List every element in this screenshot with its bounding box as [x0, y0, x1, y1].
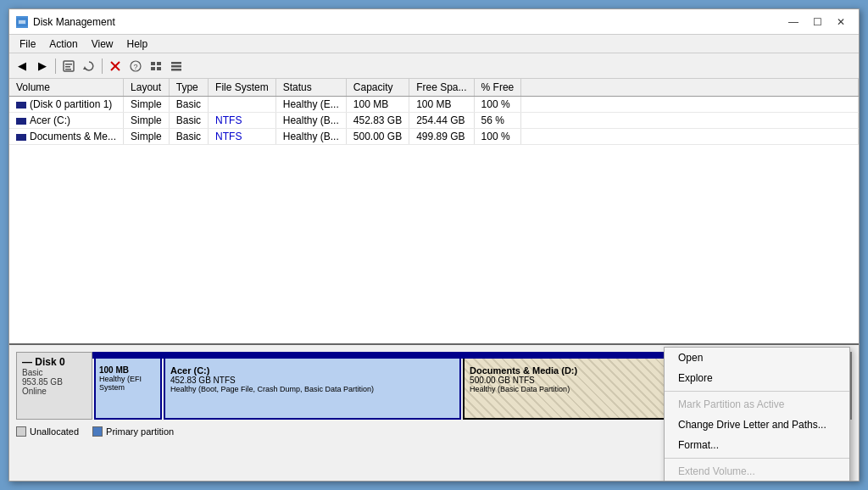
- disk-status: Online: [22, 387, 86, 396]
- svg-rect-15: [171, 62, 181, 64]
- disk-visual-panel: — Disk 0 Basic 953.85 GB Online 100 MB H…: [9, 345, 859, 481]
- table-row[interactable]: Documents & Me...SimpleBasicNTFSHealthy …: [9, 129, 859, 145]
- partition-acer-label: Acer (C:): [170, 365, 454, 376]
- partition-efi-label: 100 MB: [99, 365, 157, 375]
- legend-unallocated-box: [16, 426, 26, 437]
- partition-acer[interactable]: Acer (C:) 452.83 GB NTFS Healthy (Boot, …: [164, 352, 461, 420]
- legend-primary-label: Primary partition: [106, 426, 174, 437]
- disk-table: Volume Layout Type File System Status Ca…: [9, 79, 859, 145]
- ctx-sep-1: [665, 391, 849, 392]
- svg-rect-17: [171, 69, 181, 71]
- legend-unallocated: Unallocated: [16, 426, 79, 437]
- ctx-extend: Extend Volume...: [665, 461, 849, 481]
- ctx-change-drive[interactable]: Change Drive Letter and Paths...: [665, 415, 849, 435]
- main-content: Volume Layout Type File System Status Ca…: [9, 79, 859, 481]
- legend-primary-box: [92, 426, 103, 437]
- col-capacity[interactable]: Capacity: [346, 79, 409, 97]
- partition-acer-size: 452.83 GB NTFS: [170, 376, 454, 385]
- svg-rect-13: [151, 67, 155, 70]
- table-row[interactable]: (Disk 0 partition 1)SimpleBasicHealthy (…: [9, 97, 859, 113]
- maximize-button[interactable]: ☐: [806, 14, 828, 31]
- svg-rect-4: [65, 66, 70, 68]
- back-button[interactable]: ◀: [13, 57, 31, 75]
- close-button[interactable]: ✕: [830, 14, 852, 31]
- toolbar-separator-1: [55, 58, 56, 74]
- menu-help[interactable]: Help: [120, 36, 155, 52]
- svg-rect-3: [65, 64, 72, 65]
- ctx-format[interactable]: Format...: [665, 435, 849, 455]
- properties-button[interactable]: [59, 57, 78, 75]
- menu-view[interactable]: View: [85, 36, 120, 52]
- partition-acer-info: Healthy (Boot, Page File, Crash Dump, Ba…: [170, 385, 454, 393]
- partition-efi[interactable]: 100 MB Healthy (EFI System: [94, 352, 162, 420]
- col-extra: [521, 79, 859, 97]
- disk-size: 953.85 GB: [22, 377, 86, 387]
- legend-unallocated-label: Unallocated: [30, 426, 79, 437]
- col-type[interactable]: Type: [169, 79, 208, 97]
- ctx-sep-2: [665, 458, 849, 459]
- list-button[interactable]: [167, 57, 186, 75]
- delete-button[interactable]: [106, 57, 125, 75]
- help-button[interactable]: ?: [126, 57, 145, 75]
- disk-label: — Disk 0 Basic 953.85 GB Online: [16, 352, 92, 420]
- col-percentfree[interactable]: % Free: [474, 79, 521, 97]
- svg-marker-6: [83, 66, 86, 70]
- refresh-button[interactable]: [80, 57, 98, 75]
- col-status[interactable]: Status: [275, 79, 346, 97]
- ctx-mark-active: Mark Partition as Active: [665, 394, 849, 415]
- ctx-explore[interactable]: Explore: [665, 368, 849, 388]
- forward-button[interactable]: ▶: [33, 57, 52, 75]
- svg-text:?: ?: [133, 63, 137, 71]
- title-bar: Disk Management — ☐ ✕: [9, 9, 859, 35]
- toolbar-separator-2: [102, 58, 103, 74]
- svg-rect-16: [171, 65, 181, 68]
- disk-management-window: Disk Management — ☐ ✕ File Action View H…: [8, 8, 860, 482]
- ctx-open[interactable]: Open: [665, 348, 849, 368]
- partition-efi-info: Healthy (EFI System: [99, 375, 157, 392]
- col-layout[interactable]: Layout: [124, 79, 170, 97]
- view-button[interactable]: [147, 57, 165, 75]
- disk-name: — Disk 0: [22, 356, 86, 368]
- col-volume[interactable]: Volume: [9, 79, 124, 97]
- menu-file[interactable]: File: [13, 36, 42, 52]
- legend-primary: Primary partition: [92, 426, 174, 437]
- disk-type: Basic: [22, 368, 86, 377]
- svg-rect-14: [157, 67, 161, 70]
- svg-rect-5: [65, 69, 71, 70]
- table-row[interactable]: Acer (C:)SimpleBasicNTFSHealthy (B...452…: [9, 113, 859, 129]
- minimize-button[interactable]: —: [782, 14, 804, 31]
- window-title: Disk Management: [33, 16, 782, 28]
- context-menu: Open Explore Mark Partition as Active Ch…: [664, 347, 850, 481]
- col-freespace[interactable]: Free Spa...: [409, 79, 474, 97]
- col-filesystem[interactable]: File System: [209, 79, 276, 97]
- menu-action[interactable]: Action: [42, 36, 84, 52]
- svg-rect-11: [151, 62, 155, 65]
- svg-rect-12: [157, 62, 161, 65]
- toolbar: ◀ ▶ ?: [9, 53, 859, 79]
- window-controls: — ☐ ✕: [782, 14, 852, 31]
- svg-rect-1: [19, 20, 25, 24]
- disk-list-panel: Volume Layout Type File System Status Ca…: [9, 79, 859, 345]
- window-icon: [16, 16, 28, 28]
- menu-bar: File Action View Help: [9, 35, 859, 53]
